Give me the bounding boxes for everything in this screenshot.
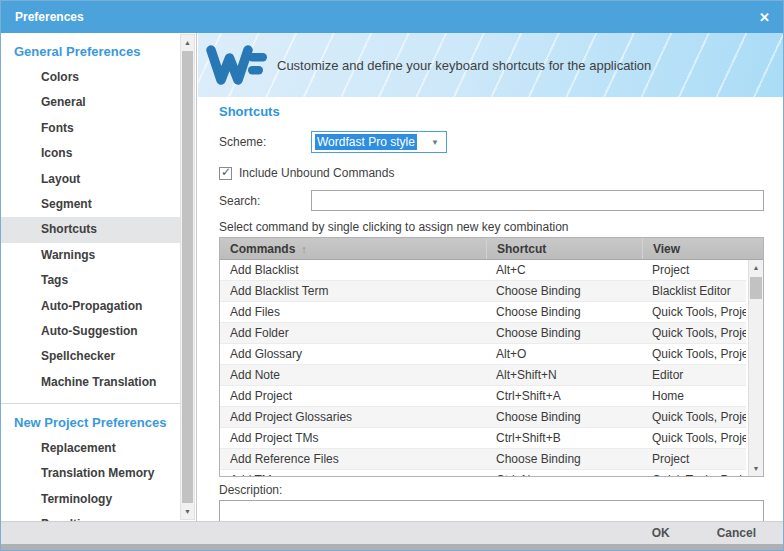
sidebar-item-colors[interactable]: Colors	[1, 65, 180, 90]
sidebar-item-icons[interactable]: Icons	[1, 141, 180, 166]
table-row[interactable]: Add FolderChoose BindingQuick Tools, Pro…	[220, 323, 746, 344]
cell-shortcut: Alt+C	[486, 260, 642, 280]
sidebar-item-warnings[interactable]: Warnings	[1, 243, 180, 268]
table-row[interactable]: Add GlossaryAlt+OQuick Tools, Project	[220, 344, 746, 365]
sidebar-item-auto-suggestion[interactable]: Auto-Suggestion	[1, 319, 180, 344]
scrollbar-thumb[interactable]	[750, 277, 762, 299]
cell-command: Add Files	[220, 302, 486, 322]
cell-command: Add Blacklist	[220, 260, 486, 280]
footer-bottom-strip	[1, 544, 783, 550]
sidebar-section-title: General Preferences	[1, 39, 180, 65]
close-icon[interactable]: ✕	[759, 1, 770, 33]
cell-view: Project	[642, 449, 746, 469]
column-header-view[interactable]: View	[642, 238, 746, 259]
shortcuts-table: Commands ↑ Shortcut View Add BlacklistAl…	[219, 237, 764, 477]
cell-command: Add Reference Files	[220, 449, 486, 469]
table-row[interactable]: Add Project TMsCtrl+Shift+BQuick Tools, …	[220, 428, 746, 449]
sidebar-item-spellchecker[interactable]: Spellchecker	[1, 344, 180, 369]
sidebar: General PreferencesColorsGeneralFontsIco…	[1, 33, 197, 521]
cell-view: Project	[642, 260, 746, 280]
include-unbound-row: ✓ Include Unbound Commands	[219, 166, 764, 180]
checkmark-icon: ✓	[221, 165, 231, 179]
search-input[interactable]	[311, 190, 764, 211]
sidebar-item-machine-translation[interactable]: Machine Translation	[1, 370, 180, 395]
chevron-down-icon[interactable]: ▼	[431, 132, 439, 152]
include-unbound-label: Include Unbound Commands	[239, 166, 394, 180]
column-header-shortcut[interactable]: Shortcut	[486, 238, 642, 259]
cell-shortcut: Ctrl+Shift+B	[486, 428, 642, 448]
cell-command: Add Project Glossaries	[220, 407, 486, 427]
cell-shortcut: Choose Binding	[486, 302, 642, 322]
scroll-up-icon[interactable]: ▲	[181, 35, 194, 50]
cell-command: Add Folder	[220, 323, 486, 343]
description-label: Description:	[219, 483, 764, 497]
search-row: Search:	[219, 190, 764, 211]
sidebar-sections: General PreferencesColorsGeneralFontsIco…	[1, 33, 180, 521]
cell-view: Editor	[642, 365, 746, 385]
shortcut-table-body: Add BlacklistAlt+CProjectAdd Blacklist T…	[220, 260, 746, 476]
scroll-up-icon[interactable]: ▲	[749, 260, 763, 275]
sidebar-item-replacement[interactable]: Replacement	[1, 436, 180, 461]
table-row[interactable]: Add ProjectCtrl+Shift+AHome	[220, 386, 746, 407]
table-row[interactable]: Add BlacklistAlt+CProject	[220, 260, 746, 281]
search-label: Search:	[219, 194, 311, 208]
sidebar-item-tags[interactable]: Tags	[1, 268, 180, 293]
cell-command: Add Project TMs	[220, 428, 486, 448]
sidebar-item-penalties[interactable]: Penalties	[1, 512, 180, 521]
preferences-dialog: Preferences ✕ General PreferencesColorsG…	[0, 0, 784, 551]
table-row[interactable]: Add NoteAlt+Shift+NEditor	[220, 365, 746, 386]
sidebar-item-general[interactable]: General	[1, 90, 180, 115]
cell-view: Quick Tools, Project	[642, 407, 746, 427]
cell-view: Quick Tools, Project	[642, 344, 746, 364]
footer-bar: OK Cancel	[1, 521, 783, 544]
title-bar: Preferences ✕	[1, 1, 783, 33]
cell-command: Add Blacklist Term	[220, 281, 486, 301]
scheme-row: Scheme: Wordfast Pro style ▼	[219, 131, 764, 153]
cell-shortcut: Alt+O	[486, 344, 642, 364]
table-row[interactable]: Add FilesChoose BindingQuick Tools, Proj…	[220, 302, 746, 323]
cell-shortcut: Choose Binding	[486, 323, 642, 343]
sidebar-divider	[1, 403, 180, 404]
table-row[interactable]: Add TMCtrl+NQuick Tools, Project	[220, 470, 746, 476]
sort-asc-icon: ↑	[301, 243, 307, 255]
sidebar-item-fonts[interactable]: Fonts	[1, 116, 180, 141]
cell-view: Quick Tools, Project	[642, 428, 746, 448]
table-row[interactable]: Add Project GlossariesChoose BindingQuic…	[220, 407, 746, 428]
sidebar-item-translation-memory[interactable]: Translation Memory	[1, 461, 180, 486]
footer: OK Cancel	[1, 521, 783, 550]
window-title: Preferences	[1, 10, 84, 24]
cell-command: Add TM	[220, 470, 486, 476]
sidebar-item-terminology[interactable]: Terminology	[1, 487, 180, 512]
column-header-commands[interactable]: Commands ↑	[220, 238, 486, 259]
scheme-label: Scheme:	[219, 135, 311, 149]
main-panel: Customize and define your keyboard short…	[198, 33, 783, 521]
scheme-dropdown[interactable]: Wordfast Pro style ▼	[311, 131, 447, 153]
cell-view: Quick Tools, Project	[642, 323, 746, 343]
cell-shortcut: Choose Binding	[486, 449, 642, 469]
table-row[interactable]: Add Blacklist TermChoose BindingBlacklis…	[220, 281, 746, 302]
ok-button[interactable]: OK	[652, 526, 670, 540]
shortcuts-content: Shortcuts Scheme: Wordfast Pro style ▼ ✓…	[198, 104, 783, 535]
scroll-down-icon[interactable]: ▼	[181, 504, 194, 519]
column-label: View	[653, 242, 680, 256]
column-label: Shortcut	[497, 242, 546, 256]
table-header: Commands ↑ Shortcut View	[220, 238, 763, 260]
sidebar-item-segment[interactable]: Segment	[1, 192, 180, 217]
banner-text: Customize and define your keyboard short…	[277, 58, 651, 73]
column-label: Commands	[230, 242, 295, 256]
table-row[interactable]: Add Reference FilesChoose BindingProject	[220, 449, 746, 470]
table-scrollbar[interactable]: ▲ ▼	[748, 260, 763, 476]
sidebar-scrollbar[interactable]: ▲ ▼	[180, 34, 195, 520]
cell-command: Add Glossary	[220, 344, 486, 364]
sidebar-item-layout[interactable]: Layout	[1, 167, 180, 192]
cell-view: Blacklist Editor	[642, 281, 746, 301]
include-unbound-checkbox[interactable]: ✓	[219, 167, 232, 180]
scheme-selected-value: Wordfast Pro style	[315, 134, 417, 150]
cell-shortcut: Ctrl+Shift+A	[486, 386, 642, 406]
cancel-button[interactable]: Cancel	[717, 526, 756, 540]
sidebar-item-shortcuts[interactable]: Shortcuts	[1, 217, 180, 242]
scrollbar-thumb[interactable]	[182, 51, 193, 503]
scroll-down-icon[interactable]: ▼	[749, 461, 763, 476]
sidebar-item-auto-propagation[interactable]: Auto-Propagation	[1, 294, 180, 319]
instruction-text: Select command by single clicking to ass…	[219, 220, 764, 234]
